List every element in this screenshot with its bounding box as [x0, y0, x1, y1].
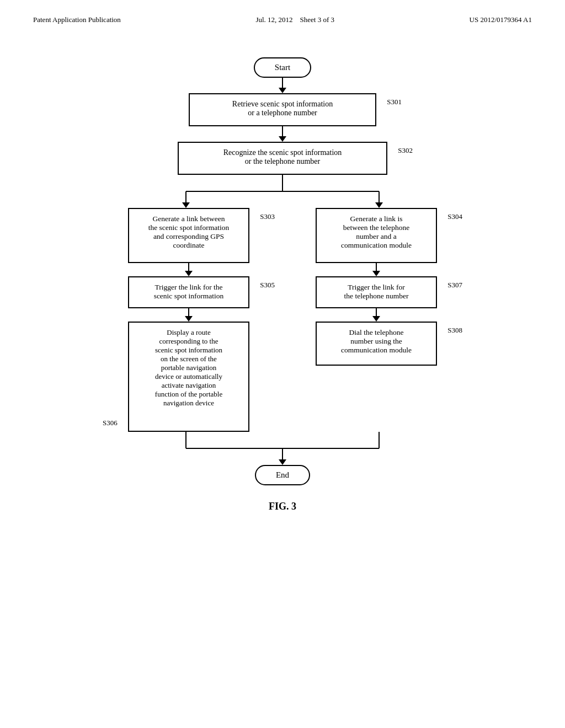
s308-label: S308	[447, 326, 462, 335]
fig-label: FIG. 3	[269, 501, 296, 512]
arrow-line-2	[282, 126, 283, 136]
right-column: Generate a link isbetween the telephonen…	[282, 208, 470, 366]
branch-section	[89, 175, 476, 208]
end-node: End	[255, 465, 310, 485]
s304-container: Generate a link isbetween the telephonen…	[316, 208, 437, 263]
svg-marker-5	[375, 202, 383, 208]
merge-svg	[89, 432, 476, 465]
s303-label: S303	[260, 212, 275, 221]
svg-marker-3	[182, 202, 190, 208]
s303-container: Generate a link betweenthe scenic spot i…	[128, 208, 249, 263]
arrow-6	[372, 316, 380, 322]
s304-text: Generate a link isbetween the telephonen…	[341, 215, 412, 249]
s308-box: Dial the telephonenumber using thecommun…	[316, 322, 437, 366]
main-content: Start Retrieve scenic spot informationor…	[0, 30, 565, 523]
s302-label: S302	[398, 146, 413, 155]
arrow-line-1	[282, 78, 283, 88]
s304-box: Generate a link isbetween the telephonen…	[316, 208, 437, 263]
arrow-line-5	[376, 263, 377, 271]
s301-container: Retrieve scenic spot informationor a tel…	[189, 93, 376, 126]
s308-text: Dial the telephonenumber using thecommun…	[341, 328, 412, 354]
svg-marker-10	[279, 459, 286, 465]
s307-label: S307	[447, 281, 462, 290]
left-column: Generate a link betweenthe scenic spot i…	[95, 208, 282, 432]
s301-text: Retrieve scenic spot informationor a tel…	[232, 100, 333, 117]
s306-container: Display a routecorresponding to thesceni…	[128, 322, 249, 432]
arrow-2	[279, 136, 286, 142]
header-center: Jul. 12, 2012 Sheet 3 of 3	[255, 15, 334, 24]
start-node: Start	[254, 57, 311, 78]
s307-box: Trigger the link forthe telephone number	[316, 276, 437, 308]
arrow-4	[185, 316, 193, 322]
s303-text: Generate a link betweenthe scenic spot i…	[148, 215, 230, 249]
flowchart: Start Retrieve scenic spot informationor…	[56, 57, 509, 512]
s301-label: S301	[387, 98, 402, 106]
s304-label: S304	[447, 212, 462, 221]
s306-text: Display a routecorresponding to thesceni…	[155, 328, 222, 407]
s305-text: Trigger the link for thescenic spot info…	[154, 283, 224, 300]
s306-box: Display a routecorresponding to thesceni…	[128, 322, 249, 432]
s301-box: Retrieve scenic spot informationor a tel…	[189, 93, 376, 126]
s302-text: Recognize the scenic spot informationor …	[223, 148, 342, 165]
two-col-section: Generate a link betweenthe scenic spot i…	[56, 208, 509, 432]
s306-label: S306	[103, 419, 118, 427]
s307-container: Trigger the link forthe telephone number…	[316, 276, 437, 308]
merge-section	[89, 432, 476, 465]
arrow-line-3	[188, 263, 189, 271]
arrow-5	[372, 271, 380, 276]
s308-container: Dial the telephonenumber using thecommun…	[316, 322, 437, 366]
s305-label: S305	[260, 281, 275, 290]
header-right: US 2012/0179364 A1	[470, 15, 532, 24]
s307-text: Trigger the link forthe telephone number	[344, 283, 409, 300]
arrow-3	[185, 271, 193, 276]
s302-container: Recognize the scenic spot informationor …	[178, 142, 387, 175]
arrow-1	[279, 88, 286, 93]
arrow-line-6	[376, 308, 377, 316]
s305-box: Trigger the link for thescenic spot info…	[128, 276, 249, 308]
branch-svg	[89, 175, 476, 208]
page-header: Patent Application Publication Jul. 12, …	[0, 0, 565, 30]
arrow-line-4	[188, 308, 189, 316]
s302-box: Recognize the scenic spot informationor …	[178, 142, 387, 175]
header-left: Patent Application Publication	[33, 15, 121, 24]
s305-container: Trigger the link for thescenic spot info…	[128, 276, 249, 308]
s303-box: Generate a link betweenthe scenic spot i…	[128, 208, 249, 263]
